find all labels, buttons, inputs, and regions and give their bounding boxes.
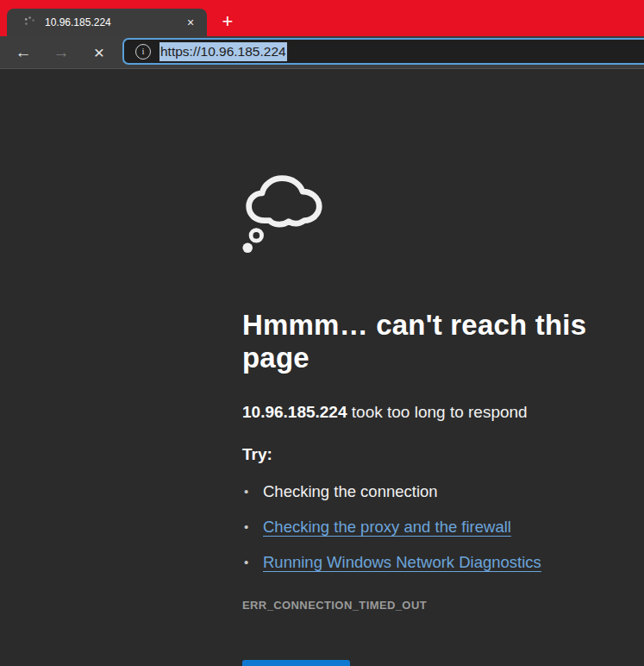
new-tab-icon[interactable]: + [216,9,240,34]
proxy-firewall-link[interactable]: Checking the proxy and the firewall [263,518,511,536]
stop-icon[interactable]: × [84,40,114,66]
page-subtitle: 10.96.185.224 took too long to respond [242,403,644,422]
error-code: ERR_CONNECTION_TIMED_OUT [242,599,644,612]
subtitle-text: took too long to respond [347,403,528,421]
forward-icon[interactable]: → [47,40,76,66]
error-host: 10.96.185.224 [242,403,347,421]
bullet-icon: • [244,518,248,536]
list-item: • Checking the connection [242,483,644,500]
error-page: Hmmm… can't reach this page 10.96.185.22… [0,173,644,666]
suggestion-text: Checking the connection [263,482,438,500]
loading-spinner-icon [22,16,36,29]
bullet-icon: • [244,483,248,500]
address-input[interactable]: https://10.96.185.224 [159,44,287,60]
thought-cloud-icon [242,173,325,255]
browser-tab[interactable]: 10.96.185.224 × [7,9,207,36]
back-icon[interactable]: ← [9,40,38,66]
info-icon[interactable]: i [135,44,151,60]
titlebar: 10.96.185.224 × + [0,0,644,36]
browser-window: 10.96.185.224 × + ← → × i https://10.96.… [0,0,644,666]
refresh-button[interactable]: Refresh [242,660,350,666]
suggestion-list: • Checking the connection • Checking the… [242,483,644,571]
bullet-icon: • [244,554,248,571]
list-item: • Running Windows Network Diagnostics [242,554,644,571]
list-item: • Checking the proxy and the firewall [242,518,644,536]
navigation-toolbar: ← → × i https://10.96.185.224 [0,36,644,69]
network-diagnostics-link[interactable]: Running Windows Network Diagnostics [263,553,541,571]
address-selected-text: https://10.96.185.224 [159,42,287,61]
page-title: Hmmm… can't reach this page [242,309,644,374]
tab-close-icon[interactable]: × [182,14,199,31]
tab-title: 10.96.185.224 [45,16,182,28]
try-label: Try: [242,445,644,464]
address-bar[interactable]: i https://10.96.185.224 [122,38,644,65]
